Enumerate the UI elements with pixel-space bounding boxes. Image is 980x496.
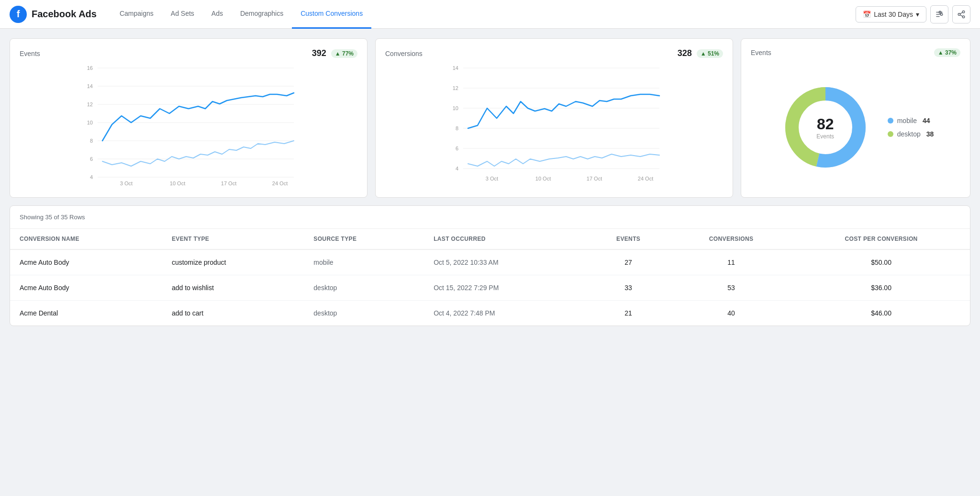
desktop-legend-dot bbox=[888, 131, 893, 137]
row1-last-occurred: Oct 5, 2022 10:33 AM bbox=[424, 249, 587, 275]
col-conversions: CONVERSIONS bbox=[670, 229, 792, 249]
tab-ad-sets[interactable]: Ad Sets bbox=[162, 0, 203, 29]
col-cost-per-conversion: COST PER CONVERSION bbox=[792, 229, 970, 249]
row3-event-type: add to cart bbox=[162, 301, 304, 326]
row2-name: Acme Auto Body bbox=[10, 275, 162, 301]
events-card-title: Events bbox=[20, 50, 40, 57]
table-row: Acme Dental add to cart desktop Oct 4, 2… bbox=[10, 301, 970, 326]
mobile-legend-dot bbox=[888, 118, 893, 124]
main-content: Events 392 ▲ 77% 16 bbox=[0, 29, 980, 336]
donut-legend: mobile 44 desktop 38 bbox=[888, 117, 934, 138]
conversions-chart-card: Conversions 328 ▲ 51% 14 12 bbox=[375, 38, 733, 198]
row3-last-occurred: Oct 4, 2022 7:48 PM bbox=[424, 301, 587, 326]
tab-campaigns[interactable]: Campaigns bbox=[111, 0, 162, 29]
row1-source-type: mobile bbox=[304, 249, 424, 275]
svg-text:17 Oct: 17 Oct bbox=[587, 176, 602, 181]
donut-wrapper: 82 Events bbox=[778, 79, 873, 175]
svg-text:24 Oct: 24 Oct bbox=[638, 176, 653, 181]
svg-text:3 Oct: 3 Oct bbox=[120, 180, 133, 186]
svg-text:4: 4 bbox=[456, 166, 458, 171]
row3-name: Acme Dental bbox=[10, 301, 162, 326]
events-card-meta: 392 ▲ 77% bbox=[312, 48, 357, 58]
row1-events: 27 bbox=[587, 249, 670, 275]
tab-custom-conversions[interactable]: Custom Conversions bbox=[292, 0, 371, 29]
svg-text:4: 4 bbox=[90, 174, 93, 180]
donut-center-label: Events bbox=[816, 133, 834, 139]
col-last-occurred: LAST OCCURRED bbox=[424, 229, 587, 249]
events-chart-area: 16 14 12 10 8 6 4 3 Oct 10 Oct 17 Oct 24… bbox=[20, 63, 357, 188]
events-badge: ▲ 77% bbox=[331, 49, 357, 58]
cards-row: Events 392 ▲ 77% 16 bbox=[10, 38, 970, 198]
row2-events: 33 bbox=[587, 275, 670, 301]
table-row: Acme Auto Body customize product mobile … bbox=[10, 249, 970, 275]
facebook-logo-icon: f bbox=[10, 6, 27, 23]
mobile-legend-label: mobile bbox=[897, 117, 917, 124]
row3-conversions: 40 bbox=[670, 301, 792, 326]
filter-icon-button[interactable] bbox=[930, 5, 948, 23]
row3-source-type: desktop bbox=[304, 301, 424, 326]
svg-text:14: 14 bbox=[87, 83, 93, 89]
col-events: EVENTS bbox=[587, 229, 670, 249]
table-body: Acme Auto Body customize product mobile … bbox=[10, 249, 970, 326]
conversions-card-value: 328 bbox=[678, 48, 692, 58]
svg-text:14: 14 bbox=[453, 65, 458, 71]
donut-badge: ▲ 37% bbox=[934, 48, 960, 57]
col-conversion-name: CONVERSION NAME bbox=[10, 229, 162, 249]
events-card-value: 392 bbox=[312, 48, 326, 58]
conversions-card-title: Conversions bbox=[385, 50, 423, 57]
donut-center: 82 Events bbox=[816, 115, 834, 139]
legend-desktop: desktop 38 bbox=[888, 130, 934, 138]
filter-icon bbox=[935, 10, 944, 19]
table-header: CONVERSION NAME EVENT TYPE SOURCE TYPE L… bbox=[10, 229, 970, 249]
svg-text:3 Oct: 3 Oct bbox=[486, 176, 498, 181]
row2-conversions: 53 bbox=[670, 275, 792, 301]
svg-text:24 Oct: 24 Oct bbox=[272, 180, 288, 186]
row2-cost: $36.00 bbox=[792, 275, 970, 301]
row2-last-occurred: Oct 15, 2022 7:29 PM bbox=[424, 275, 587, 301]
share-icon bbox=[957, 10, 966, 19]
row1-event-type: customize product bbox=[162, 249, 304, 275]
chevron-down-icon: ▾ bbox=[916, 11, 919, 18]
row2-event-type: add to wishlist bbox=[162, 275, 304, 301]
date-range-label: Last 30 Days bbox=[874, 11, 913, 18]
tab-demographics[interactable]: Demographics bbox=[232, 0, 292, 29]
row2-source-type: desktop bbox=[304, 275, 424, 301]
table-row: Acme Auto Body add to wishlist desktop O… bbox=[10, 275, 970, 301]
svg-text:12: 12 bbox=[87, 101, 93, 107]
conversions-badge: ▲ 51% bbox=[697, 49, 723, 58]
header: f Facebook Ads Campaigns Ad Sets Ads Dem… bbox=[0, 0, 980, 29]
donut-chart-card: Events ▲ 37% 82 bbox=[741, 38, 970, 198]
svg-text:6: 6 bbox=[456, 146, 458, 151]
row1-conversions: 11 bbox=[670, 249, 792, 275]
row1-cost: $50.00 bbox=[792, 249, 970, 275]
col-source-type: SOURCE TYPE bbox=[304, 229, 424, 249]
table-card: Showing 35 of 35 Rows CONVERSION NAME EV… bbox=[10, 205, 970, 326]
donut-area: 82 Events mobile 44 desktop 38 bbox=[751, 67, 960, 188]
mobile-legend-value: 44 bbox=[923, 117, 930, 124]
svg-text:10: 10 bbox=[453, 105, 458, 111]
row3-cost: $46.00 bbox=[792, 301, 970, 326]
conversions-chart-area: 14 12 10 8 6 4 3 Oct 10 Oct 17 Oct 24 Oc… bbox=[385, 63, 723, 188]
share-icon-button[interactable] bbox=[952, 5, 970, 23]
header-right: 📅 Last 30 Days ▾ bbox=[856, 5, 970, 23]
table-info: Showing 35 of 35 Rows bbox=[10, 206, 970, 229]
events-chart-card: Events 392 ▲ 77% 16 bbox=[10, 38, 368, 198]
svg-text:8: 8 bbox=[90, 138, 93, 144]
date-range-button[interactable]: 📅 Last 30 Days ▾ bbox=[856, 6, 926, 23]
desktop-legend-label: desktop bbox=[897, 130, 921, 138]
svg-text:10 Oct: 10 Oct bbox=[170, 180, 185, 186]
nav-tabs: Campaigns Ad Sets Ads Demographics Custo… bbox=[111, 0, 371, 28]
col-event-type: EVENT TYPE bbox=[162, 229, 304, 249]
tab-ads[interactable]: Ads bbox=[203, 0, 232, 29]
desktop-legend-value: 38 bbox=[926, 130, 934, 138]
svg-text:8: 8 bbox=[456, 125, 458, 131]
table-header-row: CONVERSION NAME EVENT TYPE SOURCE TYPE L… bbox=[10, 229, 970, 249]
legend-mobile: mobile 44 bbox=[888, 117, 934, 124]
svg-text:12: 12 bbox=[453, 85, 458, 91]
conversions-table: CONVERSION NAME EVENT TYPE SOURCE TYPE L… bbox=[10, 229, 970, 326]
svg-text:10 Oct: 10 Oct bbox=[535, 176, 551, 181]
events-line-chart-svg: 16 14 12 10 8 6 4 3 Oct 10 Oct 17 Oct 24… bbox=[20, 63, 357, 188]
svg-text:6: 6 bbox=[90, 156, 93, 162]
events-card-header: Events 392 ▲ 77% bbox=[20, 48, 357, 58]
svg-point-3 bbox=[940, 13, 943, 15]
